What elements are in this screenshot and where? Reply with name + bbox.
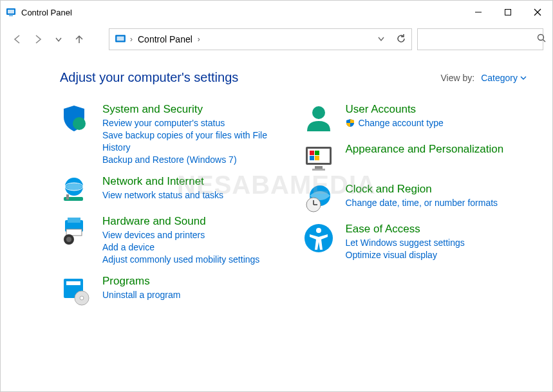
svg-point-20: [66, 237, 71, 242]
minimize-button[interactable]: [464, 1, 493, 24]
category-link[interactable]: View network status and tasks: [102, 189, 284, 201]
category-link[interactable]: Add a device: [102, 241, 284, 254]
svg-rect-31: [315, 156, 319, 160]
category-link[interactable]: Optimize visual display: [346, 249, 527, 261]
category-appearance: Appearance and Personalization: [303, 143, 527, 174]
category-link[interactable]: Adjust commonly used mobility settings: [102, 254, 284, 266]
category-link[interactable]: Let Windows suggest settings: [346, 237, 527, 249]
up-button[interactable]: [71, 32, 87, 47]
category-user-accounts: User Accounts Change account type: [303, 103, 527, 134]
back-button[interactable]: [10, 32, 25, 47]
shield-icon: [60, 103, 91, 134]
svg-point-11: [73, 117, 86, 130]
viewby-dropdown[interactable]: Category: [481, 73, 527, 83]
category-link[interactable]: Save backup copies of your files with Fi…: [102, 129, 284, 154]
navbar: › Control Panel ›: [1, 24, 552, 55]
accessibility-icon: [303, 223, 334, 254]
user-icon: [303, 103, 334, 134]
category-title[interactable]: Programs: [102, 275, 284, 288]
viewby-value: Category: [481, 73, 518, 83]
category-title[interactable]: Network and Internet: [102, 175, 284, 188]
svg-rect-4: [505, 10, 511, 15]
search-box[interactable]: [417, 28, 543, 50]
svg-point-25: [312, 106, 325, 119]
control-panel-icon: [6, 7, 16, 17]
forward-button[interactable]: [30, 32, 46, 47]
svg-rect-1: [8, 10, 14, 14]
search-icon[interactable]: [537, 33, 547, 45]
svg-point-9: [538, 35, 544, 41]
category-title[interactable]: Hardware and Sound: [102, 215, 284, 228]
category-link[interactable]: View devices and printers: [102, 229, 284, 241]
category-link[interactable]: Review your computer's status: [102, 117, 284, 129]
svg-rect-28: [310, 151, 314, 155]
category-system-security: System and Security Review your computer…: [60, 103, 284, 166]
viewby-label: View by:: [441, 73, 475, 83]
svg-rect-17: [68, 218, 80, 223]
category-title[interactable]: User Accounts: [346, 103, 527, 116]
refresh-button[interactable]: [396, 33, 406, 46]
titlebar: Control Panel: [1, 1, 552, 24]
svg-rect-32: [315, 166, 323, 169]
category-programs: Programs Uninstall a program: [60, 275, 284, 306]
category-title[interactable]: Appearance and Personalization: [346, 143, 527, 156]
window-title: Control Panel: [21, 8, 464, 17]
control-panel-crumb-icon: [115, 33, 126, 45]
svg-rect-8: [117, 37, 124, 41]
svg-rect-33: [312, 169, 325, 171]
page-heading: Adjust your computer's settings: [60, 70, 441, 85]
address-bar[interactable]: › Control Panel ›: [109, 28, 412, 50]
svg-point-39: [316, 228, 321, 233]
monitor-personalization-icon: [303, 143, 334, 174]
recent-dropdown[interactable]: [51, 32, 66, 47]
svg-line-10: [543, 40, 546, 42]
category-link-text: Change account type: [358, 118, 443, 128]
search-input[interactable]: [424, 34, 537, 44]
category-link[interactable]: Change account type: [346, 117, 527, 129]
address-dropdown-icon[interactable]: [377, 34, 386, 45]
category-hardware-sound: Hardware and Sound View devices and prin…: [60, 215, 284, 266]
category-title[interactable]: Clock and Region: [346, 183, 527, 196]
maximize-button[interactable]: [493, 1, 523, 24]
uac-shield-icon: [346, 118, 355, 127]
svg-rect-15: [66, 194, 69, 200]
clock-globe-icon: [303, 183, 334, 214]
category-link[interactable]: Uninstall a program: [102, 289, 284, 301]
crumb-separator: ›: [129, 35, 134, 44]
svg-rect-29: [315, 151, 319, 155]
close-button[interactable]: [523, 1, 552, 24]
category-network-internet: Network and Internet View network status…: [60, 175, 284, 206]
content-area: Adjust your computer's settings View by:…: [1, 55, 552, 315]
category-title[interactable]: Ease of Access: [346, 223, 527, 236]
programs-disc-icon: [60, 275, 91, 306]
globe-network-icon: [60, 175, 91, 206]
svg-rect-22: [66, 281, 80, 285]
svg-rect-2: [9, 15, 13, 16]
category-ease-of-access: Ease of Access Let Windows suggest setti…: [303, 223, 527, 261]
category-link[interactable]: Change date, time, or number formats: [346, 197, 527, 209]
breadcrumb-location[interactable]: Control Panel: [134, 34, 196, 44]
svg-point-24: [80, 296, 84, 300]
category-clock-region: Clock and Region Change date, time, or n…: [303, 183, 527, 214]
crumb-separator[interactable]: ›: [196, 35, 202, 44]
category-link[interactable]: Backup and Restore (Windows 7): [102, 154, 284, 166]
svg-rect-30: [310, 156, 314, 160]
category-title[interactable]: System and Security: [102, 103, 284, 116]
printer-camera-icon: [60, 215, 91, 246]
